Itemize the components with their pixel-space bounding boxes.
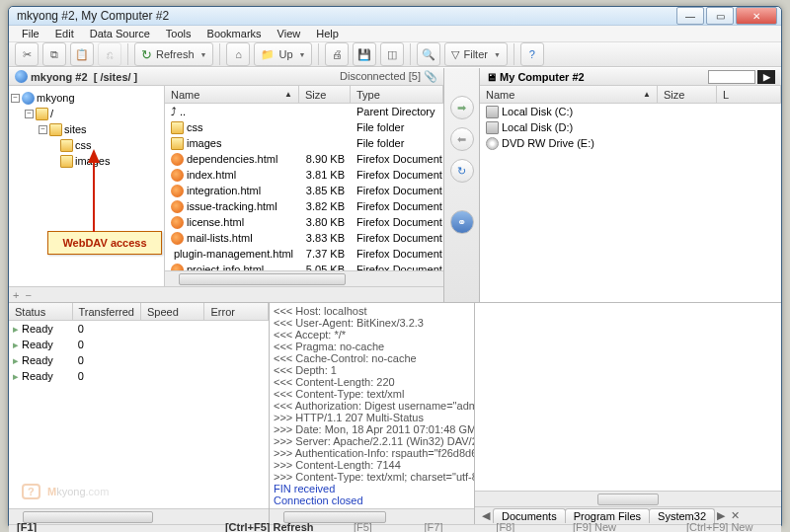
- col-name[interactable]: Name▲: [165, 86, 299, 103]
- tree-collapse-icon[interactable]: −: [25, 110, 34, 118]
- h-scrollbar[interactable]: [165, 270, 443, 286]
- undo-icon[interactable]: ⎌: [98, 42, 121, 66]
- filter-button[interactable]: ▽Filter▼: [444, 42, 507, 66]
- up-icon: ⤴: [171, 106, 177, 117]
- paperclip-icon[interactable]: 📎: [424, 70, 437, 82]
- col-error[interactable]: Error: [204, 303, 269, 320]
- refresh-button[interactable]: Refresh▼: [134, 42, 213, 66]
- log-line: <<< User-Agent: BitKinex/3.2.3: [274, 317, 470, 329]
- title-bar[interactable]: mkyong #2, My Computer #2 — ▭ ✕: [9, 7, 781, 26]
- table-row[interactable]: ▸ Ready0: [9, 368, 269, 384]
- col-last[interactable]: L: [717, 86, 781, 103]
- keyboard-hints: [F1] Help [Ctrl+F5] Refresh All [F5] Cop…: [9, 524, 781, 532]
- log-line: Connection closed: [274, 494, 470, 506]
- tree-collapse-icon[interactable]: −: [11, 94, 20, 103]
- sync-icon[interactable]: ↻: [450, 159, 474, 183]
- table-row[interactable]: index.html3.81 KBFirefox Document: [165, 167, 443, 183]
- col-type[interactable]: Type: [351, 86, 443, 103]
- table-row[interactable]: Local Disk (D:): [480, 119, 781, 135]
- table-row[interactable]: license.html3.80 KBFirefox Document: [165, 214, 443, 230]
- paste-icon[interactable]: 📋: [70, 42, 94, 66]
- refresh-icon: [141, 47, 152, 62]
- link-icon[interactable]: ⚭: [450, 210, 474, 234]
- tree-collapse-icon[interactable]: −: [39, 125, 47, 134]
- hint-help: [F1] Help: [17, 521, 63, 533]
- table-row[interactable]: imagesFile folder: [165, 135, 443, 151]
- hint-refresh: [Ctrl+F5] Refresh All: [225, 521, 330, 533]
- table-row[interactable]: ⤴..Parent Directory: [165, 104, 443, 119]
- log-line: <<< Cache-Control: no-cache: [274, 352, 470, 364]
- up-button[interactable]: 📁Up▼: [254, 42, 312, 66]
- menu-file[interactable]: File: [15, 26, 46, 41]
- connection-status: Disconnected [5]: [340, 70, 421, 82]
- col-size[interactable]: Size: [658, 86, 717, 103]
- transfer-left-icon[interactable]: ⬅: [450, 127, 474, 151]
- search-icon[interactable]: 🔍: [417, 42, 440, 66]
- table-row[interactable]: issue-tracking.html3.82 KBFirefox Docume…: [165, 198, 443, 214]
- folder-tree[interactable]: −mkyong −/ −sites css images: [9, 86, 165, 286]
- firefox-icon: [171, 232, 184, 245]
- add-tab-button[interactable]: +: [13, 289, 19, 301]
- cut-icon[interactable]: ✂: [15, 42, 39, 66]
- folder-icon: [171, 121, 184, 134]
- menu-help[interactable]: Help: [309, 26, 346, 41]
- menu-view[interactable]: View: [271, 26, 308, 41]
- globe-icon: [15, 70, 28, 83]
- col-name[interactable]: Name▲: [480, 86, 658, 103]
- minimize-button[interactable]: —: [676, 7, 704, 25]
- table-row[interactable]: ▸ Ready0: [9, 321, 269, 337]
- menu-bookmarks[interactable]: Bookmarks: [200, 26, 269, 41]
- local-lower-pane: ◀ Documents Program Files System32 ▶ ✕: [475, 303, 781, 524]
- tab-scroll-left-icon[interactable]: ◀: [479, 509, 493, 523]
- hint-newdir: [F9] New Directory: [573, 521, 663, 533]
- go-button[interactable]: ▶: [757, 70, 775, 84]
- print-icon[interactable]: 🖨: [325, 42, 349, 66]
- transfer-right-icon[interactable]: ➡: [450, 96, 474, 119]
- hint-newfile: [Ctrl+F9] New File: [686, 521, 773, 533]
- log-line: >>> Content-Type: text/xml; charset="utf…: [274, 471, 470, 483]
- path-combo[interactable]: [708, 70, 755, 84]
- remote-pane: mkyong #2 [ /sites/ ] Disconnected [5] 📎…: [9, 68, 444, 302]
- table-row[interactable]: dependencies.html8.90 KBFirefox Document: [165, 151, 443, 167]
- remote-name: mkyong #2: [31, 71, 87, 83]
- log-line: <<< Content-Type: text/xml: [274, 388, 470, 400]
- table-row[interactable]: DVD RW Drive (E:): [480, 135, 781, 151]
- col-size[interactable]: Size: [299, 86, 351, 103]
- drive-icon: [486, 106, 499, 118]
- table-row[interactable]: cssFile folder: [165, 119, 443, 135]
- col-transferred[interactable]: Transferred: [73, 303, 141, 320]
- close-button[interactable]: ✕: [736, 7, 777, 25]
- maximize-button[interactable]: ▭: [706, 7, 734, 25]
- table-row[interactable]: Local Disk (C:): [480, 104, 781, 119]
- log-line: >>> Content-Length: 7144: [274, 459, 470, 471]
- table-row[interactable]: ▸ Ready0: [9, 352, 269, 368]
- log-pane[interactable]: <<< Host: localhost<<< User-Agent: BitKi…: [270, 303, 475, 524]
- log-line: >>> Date: Mon, 18 Apr 2011 07:01:48 GMT: [274, 423, 470, 435]
- watermark: ? Mkyong.com: [22, 472, 109, 502]
- home-icon[interactable]: ⌂: [226, 42, 250, 66]
- menu-edit[interactable]: Edit: [48, 26, 81, 41]
- computer-icon: 🖥: [486, 71, 497, 83]
- table-row[interactable]: plugin-management.html7.37 KBFirefox Doc…: [165, 246, 443, 262]
- table-row[interactable]: project-info.html5.05 KBFirefox Document: [165, 262, 443, 270]
- menu-tools[interactable]: Tools: [159, 26, 198, 41]
- remote-file-list[interactable]: Name▲ Size Type ⤴..Parent DirectorycssFi…: [165, 86, 443, 286]
- log-line: <<< Authorization: Digest username="admi…: [274, 400, 470, 412]
- app-window: mkyong #2, My Computer #2 — ▭ ✕ File Edi…: [8, 6, 782, 526]
- remove-tab-button[interactable]: −: [25, 289, 31, 301]
- split-icon[interactable]: ◫: [380, 42, 404, 66]
- copy-icon[interactable]: ⧉: [42, 42, 66, 66]
- save-icon[interactable]: 💾: [353, 42, 376, 66]
- help-icon[interactable]: ?: [520, 42, 544, 66]
- h-scrollbar[interactable]: [475, 491, 781, 506]
- col-speed[interactable]: Speed: [141, 303, 205, 320]
- menu-data-source[interactable]: Data Source: [83, 26, 157, 41]
- col-status[interactable]: Status: [9, 303, 73, 320]
- log-line: <<< Accept: */*: [274, 329, 470, 341]
- table-row[interactable]: integration.html3.85 KBFirefox Document: [165, 183, 443, 198]
- filter-icon: ▽: [451, 48, 459, 61]
- firefox-icon: [171, 264, 184, 271]
- table-row[interactable]: mail-lists.html3.83 KBFirefox Document: [165, 230, 443, 246]
- firefox-icon: [171, 216, 184, 229]
- table-row[interactable]: ▸ Ready0: [9, 337, 269, 352]
